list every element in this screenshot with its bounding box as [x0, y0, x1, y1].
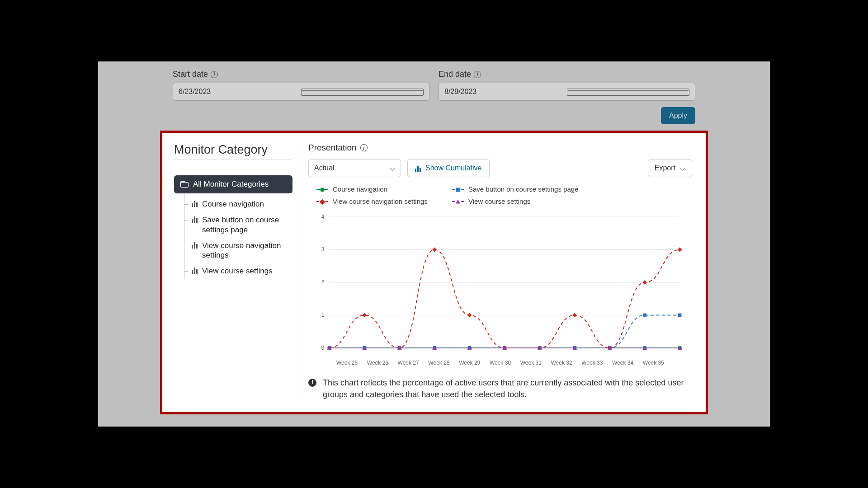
svg-text:0: 0 [321, 345, 325, 351]
tree-root-all-categories[interactable]: All Monitor Categories [174, 175, 292, 193]
calendar-icon[interactable] [567, 88, 689, 96]
bars-icon [192, 201, 198, 207]
x-tick-label: Week 32 [551, 360, 572, 366]
tree-item[interactable]: View course navigation settings [184, 238, 292, 263]
exclamation-icon: ! [308, 379, 316, 387]
x-tick-label: Week 27 [398, 360, 419, 366]
tree-item-label: View course navigation settings [202, 241, 292, 260]
start-date-input[interactable]: 6/23/2023 [173, 83, 429, 101]
svg-text:3: 3 [321, 246, 325, 253]
start-date-value: 6/23/2023 [179, 88, 301, 96]
line-chart: 01234 [312, 212, 689, 357]
x-tick-label: Week 33 [581, 360, 603, 366]
app-window: Start date i 6/23/2023 End date i 8/29/2… [98, 61, 770, 427]
start-date-label: Start date [173, 70, 208, 79]
svg-rect-31 [643, 314, 646, 317]
legend-label: View course navigation settings [333, 197, 428, 205]
tree-item[interactable]: View course settings [184, 263, 292, 279]
export-button[interactable]: Export [648, 159, 692, 177]
svg-marker-40 [572, 313, 577, 318]
end-date-label: End date [439, 70, 471, 79]
tree-item-label: Course navigation [202, 199, 264, 209]
x-tick-label: Week 25 [336, 360, 358, 366]
export-label: Export [655, 164, 675, 172]
presentation-mode-select[interactable]: Actual [308, 159, 401, 177]
info-icon[interactable]: i [360, 144, 368, 151]
end-date-value: 8/29/2023 [444, 88, 567, 96]
tree-item-label: Save button on course settings page [202, 215, 292, 235]
calendar-icon[interactable] [301, 88, 424, 96]
x-tick-label: Week 26 [367, 360, 388, 366]
sidebar-title: Monitor Category [174, 143, 292, 160]
main-panel: Presentation i Actual Show Cumulative Ex… [298, 143, 692, 400]
svg-marker-42 [642, 280, 647, 285]
highlighted-panel: Monitor Category All Monitor Categories … [160, 131, 708, 414]
end-date-input[interactable]: 8/29/2023 [439, 83, 695, 101]
sidebar: Monitor Category All Monitor Categories … [174, 143, 292, 400]
svg-text:1: 1 [321, 312, 324, 318]
svg-rect-32 [678, 314, 682, 317]
x-tick-label: Week 29 [459, 360, 480, 366]
legend-label: Course navigation [333, 185, 387, 193]
legend-label: Save button on course settings page [468, 185, 579, 193]
legend-item[interactable]: Save button on course settings page [452, 185, 579, 193]
svg-text:4: 4 [321, 214, 325, 220]
chart-legend: Course navigation Save button on course … [316, 185, 692, 205]
presentation-label: Presentation [308, 143, 357, 153]
tree-item[interactable]: Save button on course settings page [184, 212, 292, 238]
chevron-down-icon [390, 165, 395, 171]
select-value: Actual [314, 164, 334, 172]
bars-icon [192, 242, 198, 249]
tree-item-label: View course settings [202, 266, 273, 276]
chart-footnote: ! This chart reflects the percentage of … [308, 377, 692, 400]
x-tick-label: Week 28 [428, 360, 449, 366]
legend-label: View course settings [468, 197, 530, 205]
x-tick-label: Week 34 [612, 360, 633, 366]
x-axis-labels: Week 25Week 26Week 27Week 28Week 29Week … [336, 360, 664, 366]
tree-root-label: All Monitor Categories [193, 180, 269, 189]
footnote-text: This chart reflects the percentage of ac… [323, 377, 692, 400]
legend-item[interactable]: View course navigation settings [316, 197, 443, 205]
cumulative-label: Show Cumulative [425, 164, 482, 172]
show-cumulative-button[interactable]: Show Cumulative [407, 159, 490, 177]
svg-marker-43 [678, 248, 682, 252]
bar-chart-icon [415, 166, 421, 172]
legend-item[interactable]: View course settings [452, 197, 579, 205]
legend-item[interactable]: Course navigation [316, 185, 443, 193]
bars-icon [192, 216, 198, 223]
x-tick-label: Week 31 [520, 360, 542, 366]
svg-marker-36 [432, 248, 437, 252]
svg-marker-37 [467, 313, 472, 318]
chevron-down-icon [680, 165, 685, 171]
svg-text:2: 2 [321, 279, 324, 286]
info-icon[interactable]: i [211, 71, 218, 78]
tree-children: Course navigation Save button on course … [184, 193, 292, 279]
chart-svg: 01234 [312, 212, 689, 357]
apply-button[interactable]: Apply [661, 107, 695, 124]
tree-item[interactable]: Course navigation [184, 196, 292, 212]
x-tick-label: Week 35 [643, 360, 664, 366]
bars-icon [192, 267, 198, 274]
x-tick-label: Week 30 [490, 360, 511, 366]
info-icon[interactable]: i [474, 71, 481, 78]
folder-icon [180, 181, 189, 188]
svg-marker-34 [362, 313, 367, 318]
